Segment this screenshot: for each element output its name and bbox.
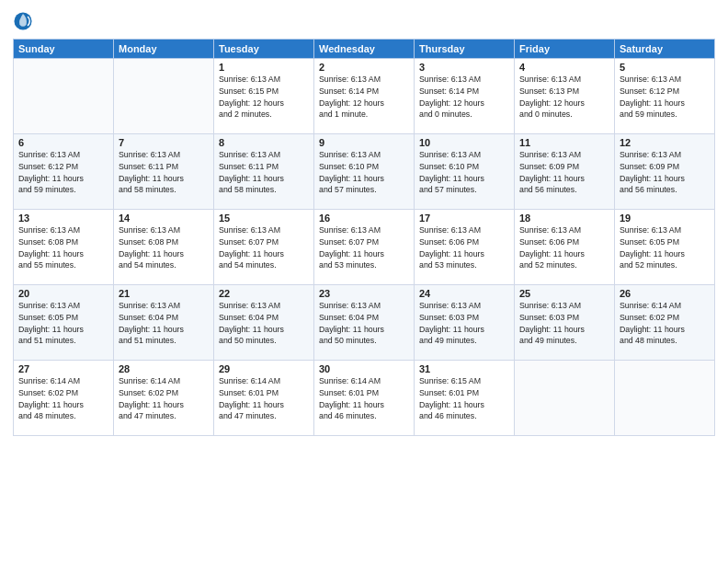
day-number: 28 xyxy=(119,363,209,374)
day-number: 3 xyxy=(419,62,509,73)
day-cell: 25Sunrise: 6:13 AM Sunset: 6:03 PM Dayli… xyxy=(515,285,615,361)
day-cell: 22Sunrise: 6:13 AM Sunset: 6:04 PM Dayli… xyxy=(214,285,314,361)
col-header-sunday: Sunday xyxy=(14,40,114,59)
day-info: Sunrise: 6:14 AM Sunset: 6:02 PM Dayligh… xyxy=(620,300,710,347)
day-cell: 2Sunrise: 6:13 AM Sunset: 6:14 PM Daylig… xyxy=(314,59,415,134)
week-row-3: 13Sunrise: 6:13 AM Sunset: 6:08 PM Dayli… xyxy=(14,210,715,285)
col-header-wednesday: Wednesday xyxy=(314,40,415,59)
day-number: 10 xyxy=(419,137,509,148)
day-info: Sunrise: 6:13 AM Sunset: 6:10 PM Dayligh… xyxy=(319,149,409,196)
day-cell: 23Sunrise: 6:13 AM Sunset: 6:04 PM Dayli… xyxy=(314,285,415,361)
day-cell xyxy=(114,59,214,134)
day-info: Sunrise: 6:14 AM Sunset: 6:02 PM Dayligh… xyxy=(18,375,108,422)
day-number: 23 xyxy=(319,288,409,299)
page: SundayMondayTuesdayWednesdayThursdayFrid… xyxy=(0,0,728,563)
day-cell: 9Sunrise: 6:13 AM Sunset: 6:10 PM Daylig… xyxy=(314,134,415,210)
day-cell: 27Sunrise: 6:14 AM Sunset: 6:02 PM Dayli… xyxy=(14,361,114,436)
day-number: 16 xyxy=(319,213,409,224)
day-number: 9 xyxy=(319,137,409,148)
day-cell: 19Sunrise: 6:13 AM Sunset: 6:05 PM Dayli… xyxy=(615,210,715,285)
week-row-2: 6Sunrise: 6:13 AM Sunset: 6:12 PM Daylig… xyxy=(14,134,715,210)
day-cell: 6Sunrise: 6:13 AM Sunset: 6:12 PM Daylig… xyxy=(14,134,114,210)
day-info: Sunrise: 6:13 AM Sunset: 6:06 PM Dayligh… xyxy=(519,224,609,271)
day-cell: 11Sunrise: 6:13 AM Sunset: 6:09 PM Dayli… xyxy=(515,134,615,210)
day-cell: 26Sunrise: 6:14 AM Sunset: 6:02 PM Dayli… xyxy=(615,285,715,361)
day-number: 30 xyxy=(319,363,409,374)
day-number: 29 xyxy=(219,363,309,374)
day-info: Sunrise: 6:13 AM Sunset: 6:05 PM Dayligh… xyxy=(620,224,710,271)
day-cell: 28Sunrise: 6:14 AM Sunset: 6:02 PM Dayli… xyxy=(114,361,214,436)
day-cell: 20Sunrise: 6:13 AM Sunset: 6:05 PM Dayli… xyxy=(14,285,114,361)
day-info: Sunrise: 6:13 AM Sunset: 6:13 PM Dayligh… xyxy=(519,74,609,121)
day-info: Sunrise: 6:13 AM Sunset: 6:04 PM Dayligh… xyxy=(319,300,409,347)
day-number: 18 xyxy=(519,213,609,224)
day-info: Sunrise: 6:13 AM Sunset: 6:08 PM Dayligh… xyxy=(18,224,108,271)
day-cell: 12Sunrise: 6:13 AM Sunset: 6:09 PM Dayli… xyxy=(615,134,715,210)
week-row-4: 20Sunrise: 6:13 AM Sunset: 6:05 PM Dayli… xyxy=(14,285,715,361)
day-info: Sunrise: 6:13 AM Sunset: 6:12 PM Dayligh… xyxy=(620,74,710,121)
day-cell: 17Sunrise: 6:13 AM Sunset: 6:06 PM Dayli… xyxy=(415,210,515,285)
day-cell: 21Sunrise: 6:13 AM Sunset: 6:04 PM Dayli… xyxy=(114,285,214,361)
day-cell: 31Sunrise: 6:15 AM Sunset: 6:01 PM Dayli… xyxy=(415,361,515,436)
day-info: Sunrise: 6:13 AM Sunset: 6:14 PM Dayligh… xyxy=(419,74,509,121)
day-number: 24 xyxy=(419,288,509,299)
day-info: Sunrise: 6:13 AM Sunset: 6:15 PM Dayligh… xyxy=(219,74,309,121)
day-cell: 24Sunrise: 6:13 AM Sunset: 6:03 PM Dayli… xyxy=(415,285,515,361)
day-number: 19 xyxy=(620,213,710,224)
day-info: Sunrise: 6:13 AM Sunset: 6:05 PM Dayligh… xyxy=(18,300,108,347)
day-number: 1 xyxy=(219,62,309,73)
day-number: 25 xyxy=(519,288,609,299)
day-info: Sunrise: 6:13 AM Sunset: 6:11 PM Dayligh… xyxy=(219,149,309,196)
day-number: 4 xyxy=(519,62,609,73)
day-number: 26 xyxy=(620,288,710,299)
day-info: Sunrise: 6:14 AM Sunset: 6:02 PM Dayligh… xyxy=(119,375,209,422)
header-row: SundayMondayTuesdayWednesdayThursdayFrid… xyxy=(14,40,715,59)
day-info: Sunrise: 6:14 AM Sunset: 6:01 PM Dayligh… xyxy=(219,375,309,422)
day-cell xyxy=(14,59,114,134)
day-cell: 1Sunrise: 6:13 AM Sunset: 6:15 PM Daylig… xyxy=(214,59,314,134)
day-info: Sunrise: 6:13 AM Sunset: 6:06 PM Dayligh… xyxy=(419,224,509,271)
day-number: 11 xyxy=(519,137,609,148)
day-info: Sunrise: 6:13 AM Sunset: 6:12 PM Dayligh… xyxy=(18,149,108,196)
day-number: 15 xyxy=(219,213,309,224)
day-number: 2 xyxy=(319,62,409,73)
day-number: 13 xyxy=(18,213,108,224)
col-header-thursday: Thursday xyxy=(415,40,515,59)
day-info: Sunrise: 6:15 AM Sunset: 6:01 PM Dayligh… xyxy=(419,375,509,422)
day-info: Sunrise: 6:13 AM Sunset: 6:07 PM Dayligh… xyxy=(319,224,409,271)
day-number: 5 xyxy=(620,62,710,73)
day-cell: 5Sunrise: 6:13 AM Sunset: 6:12 PM Daylig… xyxy=(615,59,715,134)
day-cell xyxy=(615,361,715,436)
day-cell xyxy=(515,361,615,436)
day-cell: 15Sunrise: 6:13 AM Sunset: 6:07 PM Dayli… xyxy=(214,210,314,285)
day-number: 14 xyxy=(119,213,209,224)
logo xyxy=(13,11,35,31)
day-cell: 30Sunrise: 6:14 AM Sunset: 6:01 PM Dayli… xyxy=(314,361,415,436)
col-header-saturday: Saturday xyxy=(615,40,715,59)
day-info: Sunrise: 6:14 AM Sunset: 6:01 PM Dayligh… xyxy=(319,375,409,422)
calendar-table: SundayMondayTuesdayWednesdayThursdayFrid… xyxy=(13,39,715,436)
col-header-monday: Monday xyxy=(114,40,214,59)
day-cell: 16Sunrise: 6:13 AM Sunset: 6:07 PM Dayli… xyxy=(314,210,415,285)
day-cell: 7Sunrise: 6:13 AM Sunset: 6:11 PM Daylig… xyxy=(114,134,214,210)
day-number: 21 xyxy=(119,288,209,299)
day-number: 7 xyxy=(119,137,209,148)
day-cell: 4Sunrise: 6:13 AM Sunset: 6:13 PM Daylig… xyxy=(515,59,615,134)
day-info: Sunrise: 6:13 AM Sunset: 6:14 PM Dayligh… xyxy=(319,74,409,121)
day-cell: 10Sunrise: 6:13 AM Sunset: 6:10 PM Dayli… xyxy=(415,134,515,210)
day-cell: 8Sunrise: 6:13 AM Sunset: 6:11 PM Daylig… xyxy=(214,134,314,210)
header xyxy=(13,11,715,31)
day-info: Sunrise: 6:13 AM Sunset: 6:10 PM Dayligh… xyxy=(419,149,509,196)
week-row-5: 27Sunrise: 6:14 AM Sunset: 6:02 PM Dayli… xyxy=(14,361,715,436)
day-info: Sunrise: 6:13 AM Sunset: 6:11 PM Dayligh… xyxy=(119,149,209,196)
day-info: Sunrise: 6:13 AM Sunset: 6:03 PM Dayligh… xyxy=(419,300,509,347)
day-number: 20 xyxy=(18,288,108,299)
day-number: 27 xyxy=(18,363,108,374)
day-cell: 14Sunrise: 6:13 AM Sunset: 6:08 PM Dayli… xyxy=(114,210,214,285)
day-info: Sunrise: 6:13 AM Sunset: 6:08 PM Dayligh… xyxy=(119,224,209,271)
day-cell: 3Sunrise: 6:13 AM Sunset: 6:14 PM Daylig… xyxy=(415,59,515,134)
day-cell: 13Sunrise: 6:13 AM Sunset: 6:08 PM Dayli… xyxy=(14,210,114,285)
day-number: 22 xyxy=(219,288,309,299)
day-number: 8 xyxy=(219,137,309,148)
day-info: Sunrise: 6:13 AM Sunset: 6:04 PM Dayligh… xyxy=(219,300,309,347)
